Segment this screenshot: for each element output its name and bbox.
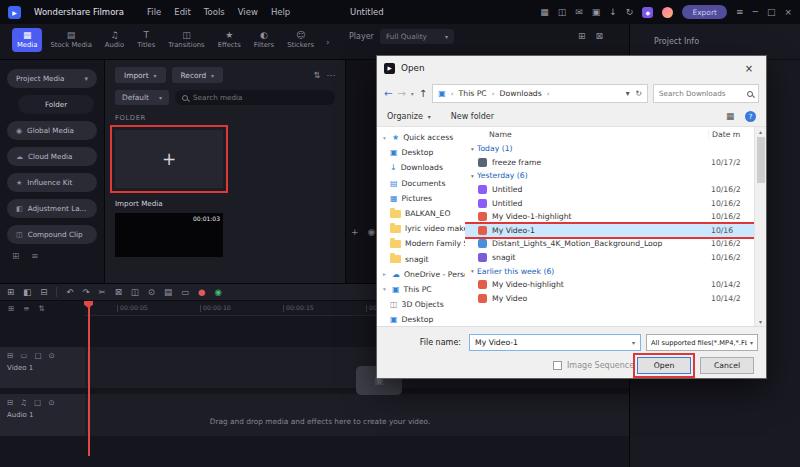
file-row[interactable]: Untitled 10/16/2 (465, 196, 754, 210)
audio-track-lane[interactable]: ⊟ ♫ □ ⊙ Audio 1 (0, 394, 629, 436)
address-bar[interactable]: ▣ › This PC › Downloads › ▾ ↻ (432, 84, 648, 103)
group-collapse-icon[interactable]: ▾ (468, 268, 477, 274)
group-row-earlier-this-week[interactable]: ▾ Earlier this week (6) (465, 264, 754, 278)
address-dropdown-icon[interactable]: ▾ (626, 89, 630, 98)
column-date[interactable]: Date m (708, 130, 754, 139)
message-icon[interactable]: ✉ (575, 7, 583, 17)
workspace-icon[interactable]: ▦ (540, 7, 549, 17)
file-row[interactable]: My Video 10/14/2 (465, 292, 754, 306)
tab-transitions[interactable]: ◫ Transitions (163, 28, 209, 52)
tree-item-this-pc[interactable]: ▾ ▣ This PC (377, 282, 465, 297)
keyframe-icon[interactable]: ▤ (164, 287, 172, 297)
track-thumb-icon[interactable]: ▭ (20, 351, 27, 360)
tree-item-lyric-video-make[interactable]: lyric video make (377, 221, 465, 236)
tab-titles[interactable]: T Titles (132, 28, 160, 52)
render-preview-icon[interactable]: ◉ (214, 287, 221, 297)
fullscreen-icon[interactable]: ⊠ (596, 31, 604, 41)
scrollbar-thumb[interactable] (757, 137, 765, 183)
file-row[interactable]: snagit 10/16/2 (465, 251, 754, 265)
tree-item-downloads[interactable]: ↓ Downloads (377, 160, 465, 175)
menu-view[interactable]: View (238, 7, 258, 17)
crop-icon[interactable]: ◫ (131, 287, 139, 297)
help-icon[interactable]: ? (745, 111, 756, 122)
add-to-timeline-icon[interactable]: + (351, 227, 359, 237)
tab-media[interactable]: ▦ Media (12, 28, 42, 52)
layout-icon[interactable]: ◫ (558, 7, 567, 17)
refresh-icon[interactable]: ↻ (636, 89, 642, 98)
dialog-close-icon[interactable]: × (732, 56, 766, 80)
image-sequence-checkbox[interactable] (553, 361, 562, 370)
media-search-input[interactable] (193, 93, 328, 102)
menu-tools[interactable]: Tools (204, 7, 225, 17)
speed-icon[interactable]: ⊙ (148, 287, 155, 297)
playhead-line[interactable] (88, 301, 90, 456)
file-row[interactable]: My Video-highlight 10/14/2 (465, 278, 754, 292)
chevron-down-icon[interactable]: ▾ (632, 339, 635, 346)
delete-icon[interactable]: ⊠ (115, 287, 122, 297)
tree-item-snagit[interactable]: snagit (377, 252, 465, 267)
export-button[interactable]: Export (682, 5, 727, 19)
sidebar-item-project-media[interactable]: Project Media ▾ (7, 69, 97, 88)
track-sort-icon[interactable]: ⇅ (39, 304, 45, 313)
split-icon[interactable]: ✂ (99, 287, 106, 297)
track-visibility-icon[interactable]: ⊙ (48, 398, 54, 407)
sync-icon[interactable]: ↻ (626, 7, 634, 17)
sidebar-item-global-media[interactable]: ◉ Global Media (7, 121, 97, 140)
tree-item-desktop-pc[interactable]: ▣ Desktop (377, 312, 465, 326)
default-view-dropdown[interactable]: Default ▾ (115, 90, 169, 105)
track-list-icon[interactable]: ≡ (23, 304, 29, 313)
group-row-today[interactable]: ▾ Today (1) (465, 142, 754, 156)
scroll-up-icon[interactable]: ▴ (759, 128, 762, 135)
file-list-scrollbar[interactable]: ▴ ▾ (754, 127, 766, 326)
undo-icon[interactable]: ↶ (66, 287, 73, 297)
tab-stickers[interactable]: ☺ Stickers (282, 28, 319, 52)
file-type-dropdown[interactable]: All supported files(*.MP4,*.FLV; ▾ (646, 334, 758, 351)
group-collapse-icon[interactable]: ▾ (468, 146, 477, 152)
sidebar-item-adjustment-layer[interactable]: ◧ Adjustment La... (7, 199, 97, 218)
file-row[interactable]: Distant_Lights_4K_Motion_Background_Loop… (465, 237, 754, 251)
new-folder-icon[interactable]: ⊞ (12, 251, 19, 261)
collapse-tracks-icon[interactable]: ⊟ (40, 287, 47, 297)
dialog-titlebar[interactable]: ▶ Open × (377, 56, 766, 80)
avatar[interactable] (662, 7, 673, 18)
scroll-down-icon[interactable]: ▾ (759, 318, 762, 325)
history-chevron-icon[interactable]: ▾ (411, 90, 414, 97)
menu-file[interactable]: File (147, 7, 161, 17)
back-icon[interactable]: ← (384, 88, 392, 99)
tab-filters[interactable]: ◐ Filters (249, 28, 279, 52)
file-name-input[interactable] (475, 338, 632, 347)
menu-edit[interactable]: Edit (174, 7, 190, 17)
playback-quality-dropdown[interactable]: Full Quality ▾ (380, 29, 454, 44)
device-icon[interactable]: ▣ (592, 7, 601, 17)
media-clip-thumbnail[interactable]: 00:01:03 (115, 213, 223, 257)
import-button[interactable]: Import ▾ (115, 67, 166, 83)
group-collapse-icon[interactable]: ▾ (468, 173, 477, 179)
sidebar-item-folder[interactable]: Folder (18, 95, 94, 114)
record-button[interactable]: Record ▾ (172, 67, 224, 83)
track-collapse-icon[interactable]: ⊟ (7, 398, 13, 407)
import-media-dropzone[interactable]: + (115, 130, 223, 188)
promo-badge-icon[interactable]: ◆ (642, 7, 653, 18)
maximize-icon[interactable]: □ (767, 7, 776, 17)
snapshot-icon[interactable]: ◉ (368, 227, 376, 237)
view-mode-icon[interactable]: ▦ (726, 111, 734, 122)
tree-item-modern-family[interactable]: Modern Family S (377, 236, 465, 251)
download-icon[interactable]: ↓ (609, 7, 617, 17)
image-sequence-option[interactable]: Image Sequence (553, 361, 634, 370)
tree-item-onedrive[interactable]: ▸ ☁ OneDrive - Person (377, 267, 465, 282)
dialog-search-input[interactable] (659, 89, 743, 98)
voiceover-record-icon[interactable]: ● (198, 287, 205, 297)
tab-audio[interactable]: ♫ Audio (100, 28, 129, 52)
minimize-icon[interactable]: ─ (753, 7, 758, 17)
tree-item-3d-objects[interactable]: ◫ 3D Objects (377, 297, 465, 312)
track-visibility-icon[interactable]: ⊙ (48, 351, 54, 360)
breadcrumb-downloads[interactable]: Downloads (500, 89, 542, 98)
breadcrumb-this-pc[interactable]: This PC (459, 89, 487, 98)
file-row[interactable]: freeze frame 10/17/2 (465, 156, 754, 170)
file-row[interactable]: Untitled 10/16/2 (465, 183, 754, 197)
media-pool-icon[interactable]: ⊞ (7, 287, 14, 297)
tabs-overflow-icon[interactable]: › (326, 37, 330, 47)
sidebar-item-cloud-media[interactable]: ☁ Cloud Media (7, 147, 97, 166)
organize-button[interactable]: Organize (387, 112, 423, 121)
tree-item-quick-access[interactable]: ▾ ★ Quick access (377, 130, 465, 145)
